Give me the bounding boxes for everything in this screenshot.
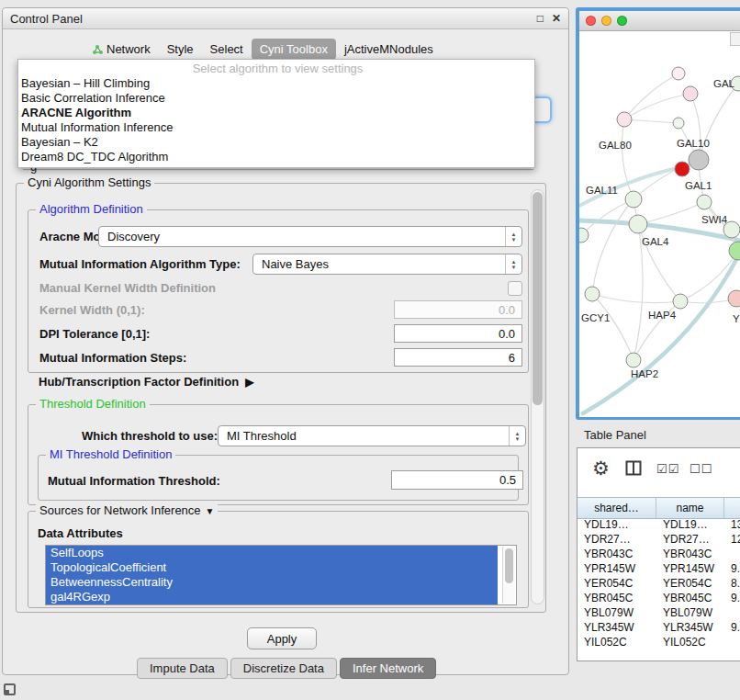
node-label: GAL4 <box>642 236 669 247</box>
algorithm-option[interactable]: Mutual Information Inference <box>18 120 534 135</box>
sources-group-title[interactable]: Sources for Network Inference▼ <box>36 503 218 517</box>
network-edge[interactable] <box>581 199 633 235</box>
table-row[interactable]: YBR043CYBR043C <box>577 547 740 561</box>
table-cell: YBR045C <box>656 592 724 604</box>
mi-type-combo[interactable]: Naive Bayes ▲▼ <box>252 254 522 275</box>
node-label: SWI4 <box>701 214 728 225</box>
node-label: Y <box>733 313 740 324</box>
network-node-y[interactable] <box>728 290 740 307</box>
network-node-gal10[interactable] <box>689 150 709 170</box>
network-edge[interactable] <box>624 73 678 119</box>
network-edge[interactable] <box>624 119 678 123</box>
combo-stepper-icon: ▲▼ <box>505 227 521 246</box>
cyni-algorithm-settings-group: Cyni Algorithm Settings Algorithm Defini… <box>16 183 546 613</box>
attribute-item[interactable]: SelfLoops <box>46 546 498 560</box>
hidden-groupbox-border <box>23 169 533 170</box>
column-header-name[interactable]: name <box>656 498 724 518</box>
table-cell: YBR045C <box>577 592 656 604</box>
algorithm-placeholder[interactable]: Select algorithm to view settings <box>18 62 534 76</box>
table-row[interactable]: YBR045CYBR045C9. <box>577 591 740 605</box>
network-node[interactable] <box>683 86 698 101</box>
network-edge[interactable] <box>624 94 690 119</box>
table-row[interactable]: YDR27…YDR27…12 <box>577 532 740 547</box>
scrollbar-thumb[interactable] <box>505 548 513 583</box>
table-cell: YDR27… <box>577 533 656 546</box>
panel-restore-icon[interactable] <box>4 683 16 695</box>
algorithm-option[interactable]: ARACNE Algorithm <box>18 106 534 120</box>
data-attributes-list[interactable]: SelfLoopsTopologicalCoefficientBetweenne… <box>45 545 517 605</box>
sources-title-text: Sources for Network Inference <box>39 503 201 517</box>
network-edge[interactable] <box>592 294 633 360</box>
algorithm-option[interactable]: Dream8 DC_TDC Algorithm <box>18 150 534 164</box>
network-window-titlebar[interactable] <box>579 11 740 31</box>
network-edge[interactable] <box>622 119 633 199</box>
algorithm-option[interactable]: Bayesian – Hill Climbing <box>18 76 534 91</box>
table-row[interactable]: YLR345WYLR345W9. <box>577 620 740 635</box>
dpi-tolerance-field[interactable]: 0.0 <box>394 324 522 343</box>
settings-scrollbar[interactable] <box>531 189 544 604</box>
attributes-scrollbar[interactable] <box>502 547 515 604</box>
float-icon[interactable]: □ <box>537 13 544 24</box>
manual-kernel-checkbox[interactable] <box>508 281 522 296</box>
network-node-gal1[interactable] <box>697 195 712 209</box>
manual-kernel-label: Manual Kernel Width Definition <box>39 281 216 295</box>
network-node-gal11[interactable] <box>625 191 642 208</box>
close-icon[interactable]: ✕ <box>552 13 561 24</box>
tab-style[interactable]: Style <box>159 39 202 60</box>
apply-button[interactable]: Apply <box>247 627 317 649</box>
algorithm-option[interactable]: Bayesian – K2 <box>18 135 534 150</box>
tab-impute-data[interactable]: Impute Data <box>137 658 228 679</box>
network-edge[interactable] <box>592 294 680 303</box>
network-node-gal4[interactable] <box>629 215 647 233</box>
network-node-gal80[interactable] <box>617 112 632 127</box>
attribute-item[interactable]: TopologicalCoefficient <box>46 560 498 575</box>
table-rows: YDL19…YDL19…13YDR27…YDR27…12YBR043CYBR04… <box>577 517 740 649</box>
table-row[interactable]: YIL052CYIL052C <box>577 635 740 649</box>
network-edge[interactable] <box>638 202 704 224</box>
tab-select[interactable]: Select <box>202 39 252 60</box>
scrollbar-thumb[interactable] <box>533 192 543 405</box>
gear-icon[interactable]: ⚙ <box>592 457 610 480</box>
aracne-mode-combo[interactable]: Discovery ▲▼ <box>98 226 522 247</box>
network-edge[interactable] <box>592 199 633 294</box>
tab-discretize-data[interactable]: Discretize Data <box>230 658 337 679</box>
network-node[interactable] <box>672 67 685 80</box>
tab-jactivemnodules-label: jActiveMNodules <box>344 42 433 56</box>
mi-steps-value: 6 <box>509 351 515 365</box>
network-node[interactable] <box>729 242 740 260</box>
network-node[interactable] <box>675 162 690 176</box>
table-row[interactable]: YPR145WYPR145W9. <box>577 561 740 576</box>
table-row[interactable]: YER054CYER054C8. <box>577 576 740 591</box>
kernel-width-field[interactable]: 0.0 <box>394 300 522 319</box>
hub-section-toggle[interactable]: Hub/Transcription Factor Definition▶ <box>39 375 253 389</box>
column-header-shared-name[interactable]: shared… <box>577 498 656 518</box>
network-node-gcy1[interactable] <box>585 287 600 301</box>
table-header: shared… name <box>577 497 740 519</box>
attribute-item[interactable]: gal4RGexp <box>46 590 498 604</box>
mi-threshold-field[interactable]: 0.5 <box>391 470 523 490</box>
close-traffic-light-icon[interactable] <box>586 16 596 26</box>
attribute-item[interactable]: BetweennessCentrality <box>46 575 498 590</box>
network-canvas[interactable]: GALGAL80GAL10GAL11GAL1SWI4GAL4GCY1HAP4YH… <box>579 31 740 417</box>
tab-network[interactable]: Network <box>84 39 159 60</box>
table-row[interactable]: YBL079WYBL079W <box>577 605 740 620</box>
which-threshold-combo[interactable]: MI Threshold ▲▼ <box>218 425 526 446</box>
column-header-extra[interactable] <box>724 498 740 518</box>
zoom-traffic-light-icon[interactable] <box>617 16 627 26</box>
aracne-mode-value: Discovery <box>99 230 505 243</box>
tab-cyni-toolbox[interactable]: Cyni Toolbox <box>252 39 336 60</box>
columns-icon[interactable] <box>625 460 642 476</box>
network-node-hap2[interactable] <box>626 353 641 367</box>
canvas-scrollbar[interactable] <box>730 32 740 46</box>
algorithm-option[interactable]: Basic Correlation Inference <box>18 91 534 106</box>
deselect-all-checkboxes-icon[interactable]: ☐☐ <box>690 462 712 476</box>
table-row[interactable]: YDL19…YDL19…13 <box>577 517 740 532</box>
mi-steps-field[interactable]: 6 <box>394 348 522 367</box>
minimize-traffic-light-icon[interactable] <box>601 16 611 26</box>
network-node[interactable] <box>673 118 684 129</box>
tab-jactivemnodules[interactable]: jActiveMNodules <box>336 39 442 60</box>
tab-infer-network[interactable]: Infer Network <box>340 658 436 679</box>
network-edge[interactable] <box>583 256 738 413</box>
network-node-hap4[interactable] <box>673 294 688 309</box>
select-all-checkboxes-icon[interactable]: ☑☑ <box>656 462 679 476</box>
